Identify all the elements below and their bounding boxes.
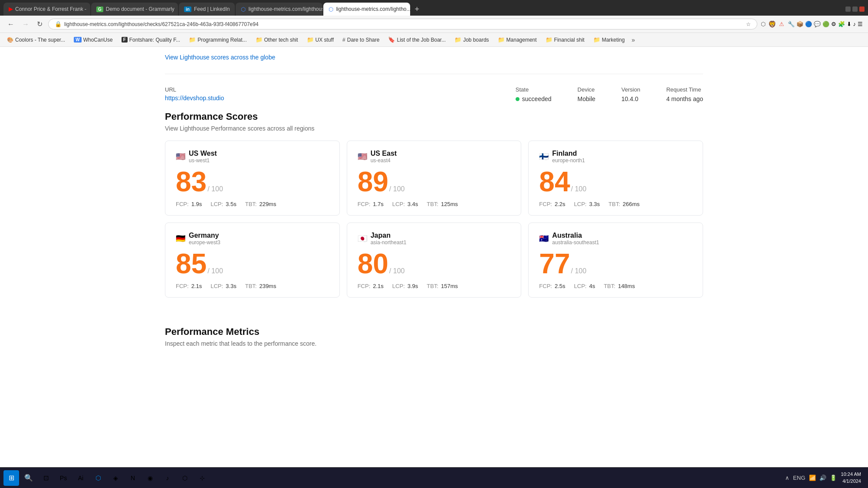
ext-icon-3[interactable]: 🔵 <box>805 21 812 27</box>
bookmark-label: Dare to Share <box>347 37 380 43</box>
address-text: lighthouse-metrics.com/lighthouse/checks… <box>64 21 743 27</box>
bookmark-job-boards[interactable]: 📁 Job boards <box>451 36 492 44</box>
metrics-row: FCP: 2.1s LCP: 3.3s TBT: 239ms <box>176 283 329 289</box>
ext-icon-music[interactable]: ♪ <box>853 21 856 27</box>
ext-icon-1[interactable]: 🔧 <box>788 21 795 27</box>
ext-icon-4[interactable]: 💬 <box>814 21 821 27</box>
bookmark-dare-to-share[interactable]: # Dare to Share <box>339 36 383 44</box>
url-meta: URL https://devshop.studio <box>165 86 224 102</box>
folder-icon: 📁 <box>256 36 263 43</box>
bookmark-programming[interactable]: 📁 Programming Relat... <box>185 36 250 44</box>
fcp-label: FCP: <box>176 283 189 289</box>
brave-icon[interactable]: 🦁 <box>768 20 776 28</box>
performance-scores-section: Performance Scores View Lighthouse Perfo… <box>165 111 703 313</box>
bookmark-fontshare[interactable]: F Fontshare: Quality F... <box>118 36 184 44</box>
ext-icon-5[interactable]: 🟢 <box>822 21 829 27</box>
fcp-label: FCP: <box>539 283 552 289</box>
new-tab-button[interactable]: + <box>411 3 423 16</box>
card-header: 🇺🇸 US West us-west1 <box>176 150 329 164</box>
lcp-value: 3.9s <box>408 283 418 289</box>
bookmarks-more-icon[interactable]: » <box>631 36 635 43</box>
maximize-icon[interactable] <box>852 7 858 12</box>
request-time-meta: Request Time 4 months ago <box>666 86 703 102</box>
lcp-value: 4s <box>589 283 595 289</box>
forward-button[interactable]: → <box>20 19 31 29</box>
ext-icon-2[interactable]: 📦 <box>796 21 803 27</box>
bookmark-label: Other tech shit <box>264 37 298 43</box>
score-denom: / 100 <box>207 185 223 193</box>
top-globe-link: View Lighthouse scores across the globe <box>165 47 703 74</box>
close-icon[interactable] <box>859 7 865 12</box>
tab-grammarly[interactable]: G Demo document - Grammarly <box>91 3 178 16</box>
lcp-value: 3.3s <box>589 201 600 207</box>
card-header: 🇺🇸 US East us-east4 <box>358 150 511 164</box>
bookmark-star-icon[interactable]: ☆ <box>746 21 751 27</box>
bookmark-label: Programming Relat... <box>197 37 247 43</box>
performance-metrics-title: Performance Metrics <box>165 326 703 337</box>
tab-label: Demo document - Grammarly <box>106 6 174 12</box>
bookmark-job-boards-list[interactable]: 🔖 List of the Job Boar... <box>385 36 449 44</box>
score-number: 80 <box>358 250 388 278</box>
lcp-label: LCP: <box>210 283 223 289</box>
flag-icon: 🇫🇮 <box>539 152 549 161</box>
tbt-value: 148ms <box>618 283 635 289</box>
score-card-finland: 🇫🇮 Finland europe-north1 84 / 100 FCP: 2… <box>528 141 703 216</box>
score-number: 84 <box>539 168 570 196</box>
state-meta: State succeeded <box>516 86 552 102</box>
lcp-label: LCP: <box>574 283 587 289</box>
bookmark-management[interactable]: 📁 Management <box>494 36 540 44</box>
page-content: View Lighthouse scores across the globe … <box>130 47 738 347</box>
share-icon[interactable]: ⬡ <box>761 21 766 27</box>
folder-icon: 📁 <box>546 36 552 43</box>
ext-puzzle-icon[interactable]: 🧩 <box>838 21 845 27</box>
tab-bar: ▶ Connor Price & Forrest Frank - G Demo … <box>0 0 868 16</box>
address-bar[interactable]: 🔒 lighthouse-metrics.com/lighthouse/chec… <box>48 19 757 29</box>
tbt-label: TBT: <box>427 283 438 289</box>
bookmark-label: UX stuff <box>316 37 334 43</box>
lighthouse-icon: ⬡ <box>329 6 333 13</box>
url-value: https://devshop.studio <box>165 95 224 102</box>
bookmark-other-tech[interactable]: 📁 Other tech shit <box>252 36 302 44</box>
region-name: Germany <box>189 232 220 239</box>
tab-linkedin[interactable]: in Feed | LinkedIn <box>179 3 235 16</box>
bookmark-ux[interactable]: 📁 UX stuff <box>303 36 337 44</box>
bookmark-marketing[interactable]: 📁 Marketing <box>590 36 628 44</box>
region-name: US East <box>371 150 397 157</box>
score-denom: / 100 <box>389 267 405 275</box>
performance-metrics-section: Performance Metrics Inspect each metric … <box>165 313 703 347</box>
bookmark-coolors[interactable]: 🎨 Coolors - The super... <box>3 36 69 44</box>
bookmark-financial[interactable]: 📁 Financial shit <box>542 36 588 44</box>
minimize-icon[interactable] <box>845 7 851 12</box>
lcp-label: LCP: <box>210 201 223 207</box>
ext-icon-download[interactable]: ⬇ <box>847 21 852 27</box>
performance-scores-subtitle: View Lighthouse Performance scores acros… <box>165 125 703 132</box>
score-display: 85 / 100 <box>176 250 329 278</box>
coolors-icon: 🎨 <box>7 37 13 43</box>
warning-icon[interactable]: ⚠ <box>779 21 784 27</box>
fcp-value: 2.2s <box>555 201 566 207</box>
reload-button[interactable]: ↻ <box>35 19 45 29</box>
region-code: asia-northeast1 <box>371 239 407 246</box>
device-value: Mobile <box>578 95 595 102</box>
score-display: 83 / 100 <box>176 168 329 196</box>
score-denom: / 100 <box>207 267 223 275</box>
status-dot <box>516 97 519 101</box>
bookmark-whocanuse[interactable]: W WhoCanUse <box>70 36 116 44</box>
browser-menu-icon[interactable]: ☰ <box>858 21 863 27</box>
globe-scores-link[interactable]: View Lighthouse scores across the globe <box>165 54 275 61</box>
score-card-germany: 🇩🇪 Germany europe-west3 85 / 100 FCP: 2.… <box>165 223 340 298</box>
scores-grid-row2: 🇩🇪 Germany europe-west3 85 / 100 FCP: 2.… <box>165 223 703 298</box>
tab-lighthouse2[interactable]: ⬡ lighthouse-metrics.com/lightho... ✕ <box>323 3 410 16</box>
url-link[interactable]: https://devshop.studio <box>165 95 224 102</box>
folder-icon: 📁 <box>454 36 461 43</box>
lcp-value: 3.3s <box>226 283 237 289</box>
flag-icon: 🇺🇸 <box>358 152 367 161</box>
back-button[interactable]: ← <box>5 19 16 29</box>
state-text: succeeded <box>522 95 552 102</box>
ext-icon-6[interactable]: ⚙ <box>831 21 836 27</box>
tab-lighthouse1[interactable]: ⬡ lighthouse-metrics.com/lighthouse/ <box>236 3 322 16</box>
metrics-row: FCP: 2.2s LCP: 3.3s TBT: 266ms <box>539 201 692 207</box>
device-meta: Device Mobile <box>578 86 595 102</box>
metrics-row: FCP: 1.7s LCP: 3.4s TBT: 125ms <box>358 201 511 207</box>
tab-youtube[interactable]: ▶ Connor Price & Forrest Frank - <box>3 3 90 16</box>
